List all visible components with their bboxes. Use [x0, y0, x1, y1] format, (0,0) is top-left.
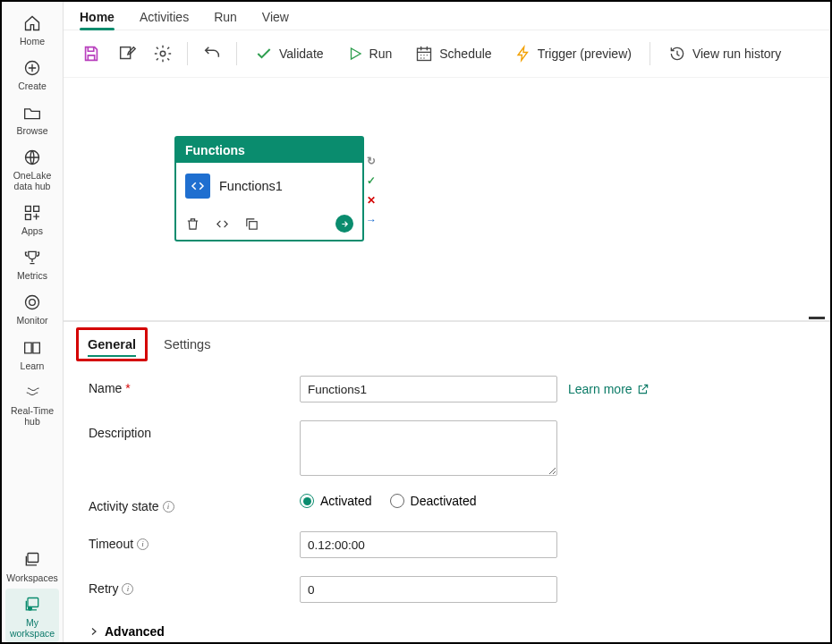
- copy-icon[interactable]: [244, 216, 259, 232]
- svg-point-6: [30, 300, 36, 306]
- name-input[interactable]: [300, 376, 557, 402]
- folder-icon: [23, 102, 41, 123]
- info-icon[interactable]: i: [122, 583, 133, 595]
- workspaces-icon: [23, 549, 41, 571]
- node-title: Functions1: [219, 179, 283, 193]
- highlight-general-tab: General: [76, 327, 148, 361]
- node-run-button[interactable]: [335, 215, 353, 233]
- edit-button[interactable]: [112, 39, 142, 68]
- activity-node-functions[interactable]: Functions Functions1: [174, 136, 364, 242]
- tab-view[interactable]: View: [262, 10, 289, 30]
- sidebar-item-apps[interactable]: Apps: [5, 197, 59, 240]
- retry-input[interactable]: [300, 576, 557, 603]
- schedule-button[interactable]: Schedule: [406, 40, 500, 67]
- target-icon: [23, 292, 41, 313]
- toolbar-label: View run history: [692, 47, 781, 61]
- tab-run[interactable]: Run: [214, 10, 237, 30]
- undo-button[interactable]: [197, 39, 227, 68]
- sidebar-label: Browse: [16, 125, 47, 136]
- svg-rect-13: [250, 221, 258, 229]
- code-icon: [185, 174, 210, 199]
- sidebar-item-home[interactable]: Home: [5, 7, 59, 50]
- svg-rect-4: [26, 215, 31, 220]
- validate-button[interactable]: Validate: [246, 40, 333, 67]
- home-icon: [23, 13, 41, 34]
- sidebar-item-create[interactable]: Create: [5, 52, 59, 95]
- sidebar-label: Metrics: [17, 270, 47, 281]
- save-button[interactable]: [76, 39, 106, 68]
- description-input[interactable]: [300, 420, 557, 476]
- bolt-icon: [515, 45, 531, 63]
- toolbar: Validate Run Schedule Trigger (preview) …: [64, 30, 830, 78]
- sidebar-item-learn[interactable]: Learn: [5, 332, 59, 375]
- svg-point-11: [160, 51, 166, 56]
- toolbar-label: Schedule: [439, 47, 491, 61]
- loop-handle[interactable]: ↻: [365, 155, 378, 167]
- svg-point-5: [26, 296, 39, 309]
- chevron-right-icon: [89, 626, 99, 637]
- sidebar-item-onelake[interactable]: OneLake data hub: [5, 141, 59, 195]
- node-body: Functions1: [176, 163, 362, 209]
- svg-rect-3: [34, 207, 39, 212]
- props-tab-general[interactable]: General: [84, 330, 140, 359]
- name-label: Name *: [89, 376, 300, 395]
- sidebar-item-monitor[interactable]: Monitor: [5, 286, 59, 329]
- radio-activated[interactable]: Activated: [300, 494, 372, 508]
- left-sidebar: Home Create Browse OneLake data hub Apps…: [2, 2, 64, 642]
- collapse-handle[interactable]: [809, 317, 825, 322]
- sidebar-label: Apps: [21, 225, 43, 236]
- advanced-toggle[interactable]: Advanced: [89, 621, 805, 642]
- top-tabs: Home Activities Run View: [64, 2, 830, 30]
- tab-activities[interactable]: Activities: [140, 10, 189, 30]
- activity-state-label: Activity state i: [89, 494, 300, 513]
- skip-handle[interactable]: →: [365, 214, 378, 226]
- sidebar-label: Real-Time hub: [7, 405, 57, 427]
- properties-panel: General Settings Name * Learn more: [64, 322, 830, 642]
- plus-circle-icon: [23, 57, 41, 79]
- my-workspace-icon: [23, 594, 41, 615]
- sidebar-item-metrics[interactable]: Metrics: [5, 242, 59, 284]
- stream-icon: [23, 382, 41, 403]
- run-button[interactable]: Run: [338, 41, 402, 66]
- node-side-handles: ↻ ✓ ✕ →: [364, 155, 378, 226]
- sidebar-item-realtime[interactable]: Real-Time hub: [5, 377, 59, 430]
- sidebar-label: Monitor: [16, 315, 47, 326]
- trash-icon[interactable]: [185, 216, 200, 232]
- sidebar-item-my-workspace[interactable]: My workspace: [5, 589, 59, 642]
- timeout-input[interactable]: [300, 531, 557, 558]
- history-button[interactable]: View run history: [659, 40, 790, 67]
- book-icon: [23, 337, 41, 359]
- info-icon[interactable]: i: [137, 538, 149, 550]
- success-handle[interactable]: ✓: [365, 174, 378, 187]
- history-icon: [668, 45, 686, 63]
- radio-icon: [390, 494, 404, 508]
- trigger-button[interactable]: Trigger (preview): [506, 40, 641, 67]
- toolbar-label: Trigger (preview): [538, 47, 632, 61]
- radio-deactivated[interactable]: Deactivated: [390, 494, 477, 508]
- code-icon[interactable]: [215, 216, 230, 232]
- activity-state-radio-group: Activated Deactivated: [300, 494, 477, 508]
- sidebar-label: Create: [18, 80, 47, 91]
- sidebar-item-workspaces[interactable]: Workspaces: [5, 544, 59, 587]
- pipeline-canvas[interactable]: Functions Functions1 ↻ ✓ ✕ →: [64, 78, 830, 320]
- info-icon[interactable]: i: [163, 501, 174, 513]
- props-tab-settings[interactable]: Settings: [160, 330, 214, 359]
- separator: [187, 42, 188, 65]
- timeout-label: Timeout i: [89, 531, 300, 551]
- apps-icon: [23, 202, 41, 224]
- required-marker: *: [125, 381, 130, 395]
- svg-rect-8: [28, 597, 38, 606]
- sidebar-label: My workspace: [7, 617, 57, 639]
- svg-rect-2: [26, 207, 31, 212]
- separator: [649, 42, 650, 65]
- learn-more-link[interactable]: Learn more: [568, 382, 649, 396]
- sidebar-label: Home: [20, 36, 45, 47]
- sidebar-item-browse[interactable]: Browse: [5, 97, 59, 140]
- fail-handle[interactable]: ✕: [365, 194, 378, 207]
- calendar-icon: [415, 45, 433, 63]
- tab-home[interactable]: Home: [80, 10, 115, 30]
- pane-divider[interactable]: [64, 320, 830, 322]
- toolbar-label: Validate: [279, 47, 324, 61]
- settings-button[interactable]: [148, 39, 178, 68]
- retry-label: Retry i: [89, 576, 300, 596]
